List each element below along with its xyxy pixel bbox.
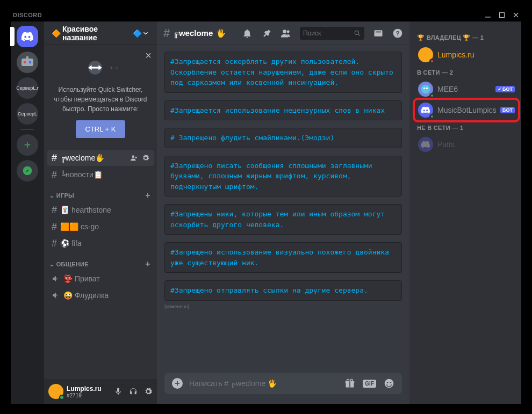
member-name: MusicBotLumpics [437, 106, 496, 114]
svg-point-21 [351, 379, 353, 381]
search-input[interactable]: Поиск [300, 27, 364, 40]
message-input-area: + Написать # ╔weclome 🖐 GIF [157, 373, 409, 404]
channel-item[interactable]: #🟧🟧 cs-go [47, 219, 154, 235]
user-info[interactable]: Lumpics.ru #2719 [67, 385, 111, 398]
channel-name: Флудилка [75, 291, 109, 300]
svg-point-11 [287, 30, 290, 33]
bot-badge: БОТ [500, 107, 515, 113]
quick-switcher-card: × ✦ ✧ Используйте Quick Switcher, чтобы … [44, 45, 157, 149]
message-block: #Запрещается оскорблять других пользоват… [164, 52, 402, 93]
svg-point-26 [423, 88, 425, 89]
category-header[interactable]: ⌄ ИГРЫ + [47, 183, 154, 201]
channel-emoji: 🖐 [216, 28, 226, 38]
channel-emoji: 🖐 [95, 154, 104, 162]
message-block: #Запрещено отправлять ссылки на другие с… [164, 280, 402, 301]
category-header[interactable]: ⌄ ОБЩЕНИЕ + [47, 252, 154, 270]
window-close-icon[interactable] [513, 12, 519, 18]
add-person-icon[interactable] [130, 154, 138, 162]
channel-item[interactable]: #⚽ fifa [47, 235, 154, 251]
chevron-down-icon: ⌄ [49, 192, 56, 199]
window-minimize-icon[interactable] [485, 12, 491, 18]
category-name: ИГРЫ [56, 192, 74, 199]
discord-logo-icon [421, 106, 430, 114]
member-item[interactable]: Patts [415, 134, 518, 155]
hash-icon: # [52, 238, 57, 249]
svg-point-3 [24, 61, 26, 64]
pin-icon[interactable] [261, 28, 272, 39]
svg-rect-5 [26, 56, 28, 59]
channel-header: # ╔weclome🖐 Поиск ? [157, 21, 409, 45]
svg-rect-19 [349, 381, 350, 388]
main-area: # ╔weclome🖐 Поиск ? #Запрещается оскорбл… [157, 21, 409, 404]
member-item[interactable]: MEE6 ✓ БОТ [415, 79, 518, 99]
bell-icon[interactable] [242, 28, 253, 39]
channel-item[interactable]: #🃏 hearthstone [47, 202, 154, 218]
channel-title: ╔weclome [173, 28, 213, 38]
message-input[interactable]: + Написать # ╔weclome 🖐 GIF [164, 373, 402, 394]
member-item[interactable]: Lumpics.ru [415, 45, 518, 65]
svg-point-27 [426, 88, 428, 89]
hash-icon: # [163, 26, 170, 40]
server-name: 🔶Красивое название🔷 [52, 25, 142, 42]
quick-switcher-button[interactable]: CTRL + K [76, 120, 126, 138]
svg-rect-14 [376, 31, 381, 32]
headphones-icon[interactable] [129, 387, 138, 396]
channel-emoji: 😜 [63, 291, 73, 300]
guild-item[interactable] [17, 52, 38, 73]
status-online-icon [59, 395, 64, 400]
role-header: НЕ В СЕТИ — 1 [417, 125, 516, 131]
chevron-down-icon: ⌄ [49, 261, 56, 267]
svg-point-10 [283, 30, 286, 33]
quick-switcher-text: Используйте Quick Switcher, чтобы переме… [51, 85, 150, 114]
status-online-icon [429, 93, 435, 98]
svg-rect-8 [91, 67, 99, 68]
member-item-highlighted[interactable]: MusicBotLumpics БОТ [415, 100, 518, 120]
user-avatar[interactable] [48, 384, 63, 399]
close-icon[interactable]: × [145, 49, 152, 62]
member-avatar [418, 47, 433, 62]
message-block: #Запрещены ники, которые тем или иным об… [164, 204, 402, 235]
add-channel-icon[interactable]: + [145, 191, 150, 200]
speaker-icon [52, 291, 60, 300]
input-placeholder: Написать # ╔weclome 🖐 [189, 379, 338, 388]
add-server-button[interactable]: + [17, 134, 38, 156]
role-header: В СЕТИ — 2 [417, 69, 516, 76]
channels-sidebar: 🔶Красивое название🔷 × ✦ ✧ Используйте Qu… [44, 21, 157, 404]
role-header: 🏆 ВЛАДЕЛЕЦ 🏆 — 1 [417, 34, 516, 41]
attach-icon[interactable]: + [172, 378, 183, 389]
channel-item[interactable]: 😜 Флудилка [47, 287, 154, 303]
inbox-icon[interactable] [373, 28, 384, 39]
gift-icon[interactable] [344, 378, 355, 389]
emoji-icon[interactable] [384, 378, 394, 389]
svg-point-12 [355, 31, 358, 34]
channel-emoji: 👺 [63, 274, 73, 283]
members-icon[interactable] [281, 28, 291, 39]
gear-icon[interactable] [142, 154, 149, 162]
app-title: DISCORD [13, 12, 42, 18]
window-maximize-icon[interactable] [499, 12, 505, 18]
gear-icon[interactable] [144, 387, 153, 396]
home-button[interactable] [17, 26, 38, 47]
bot-badge: ✓ БОТ [495, 86, 515, 92]
channel-item[interactable]: 👺 Приват [47, 271, 154, 287]
channel-emoji: 🃏 [60, 206, 69, 214]
svg-point-20 [347, 379, 349, 381]
channel-item[interactable]: # ╚новости📋 [47, 166, 154, 183]
help-icon[interactable]: ? [392, 28, 403, 39]
mic-icon[interactable] [114, 387, 123, 396]
guild-item[interactable]: СерверL.r [17, 77, 38, 99]
member-avatar [418, 137, 433, 152]
guild-item[interactable]: СерверL [17, 103, 38, 125]
channel-item[interactable]: # ╔weclome🖐 [47, 150, 154, 166]
quick-switcher-art: ✦ ✧ [51, 55, 150, 81]
server-header[interactable]: 🔶Красивое название🔷 [44, 21, 157, 45]
explore-button[interactable] [17, 160, 38, 181]
channel-name: Приват [75, 274, 100, 283]
guild-separator [20, 129, 34, 130]
gif-icon[interactable]: GIF [363, 380, 376, 388]
arrows-icon [82, 57, 108, 78]
message-block: #Запрещено писать сообщения сплошными за… [164, 156, 402, 197]
channel-name: fifa [71, 239, 82, 248]
add-channel-icon[interactable]: + [145, 259, 150, 269]
compass-icon [22, 165, 33, 176]
